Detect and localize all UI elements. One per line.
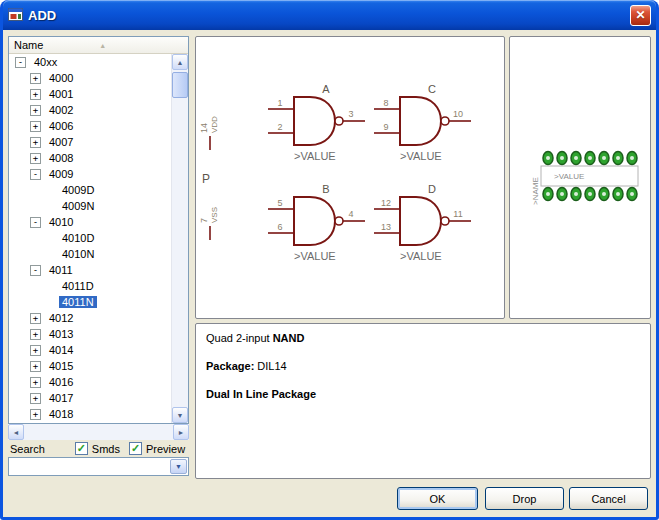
tree-item-4001[interactable]: +4001 — [9, 86, 171, 102]
collapse-icon[interactable]: - — [30, 265, 41, 276]
dropdown-icon[interactable]: ▼ — [170, 459, 187, 474]
tree-item-4002[interactable]: +4002 — [9, 102, 171, 118]
pad-hole — [616, 192, 620, 196]
tree-column-header[interactable]: Name ▲ — [9, 37, 188, 54]
tree-item-label: 4010D — [59, 232, 97, 244]
tree-item-4008[interactable]: +4008 — [9, 150, 171, 166]
pin-number: 12 — [381, 198, 391, 208]
pin-number: 4 — [348, 209, 353, 219]
scroll-left-icon[interactable]: ◄ — [8, 424, 24, 440]
tree-item-4012[interactable]: +4012 — [9, 310, 171, 326]
tree-item-label: 4000 — [46, 72, 76, 84]
tree-item-40xx[interactable]: -40xx — [9, 54, 171, 70]
collapse-icon[interactable]: - — [30, 169, 41, 180]
pad-hole — [630, 192, 634, 196]
description-line-2: Package: DIL14 — [206, 360, 640, 372]
search-combobox[interactable]: ▼ — [8, 457, 189, 476]
tree-item-4011d[interactable]: 4011D — [9, 278, 171, 294]
tree-horizontal-scrollbar[interactable]: ◄ ► — [8, 424, 189, 440]
tree-item-4013[interactable]: +4013 — [9, 326, 171, 342]
schematic-preview-panel: 14 VDD P 7 VSS 1 2 3 — [195, 36, 505, 319]
tree-item-label: 4011N — [59, 296, 97, 308]
pin-number: 11 — [453, 209, 462, 219]
tree-item-4010d[interactable]: 4010D — [9, 230, 171, 246]
smds-checkbox[interactable]: ✓ Smds — [75, 442, 120, 455]
value-placeholder: >VALUE — [400, 250, 442, 262]
expand-icon[interactable]: + — [30, 377, 41, 388]
description-line-3: Dual In Line Package — [206, 388, 640, 400]
tree-item-4007[interactable]: +4007 — [9, 134, 171, 150]
tree-item-4006[interactable]: +4006 — [9, 118, 171, 134]
pin-number: 6 — [277, 222, 282, 232]
scroll-right-icon[interactable]: ► — [173, 424, 189, 440]
tree-item-label: 4013 — [46, 328, 76, 340]
tree-vertical-scrollbar[interactable]: ▲ ▼ — [171, 54, 188, 423]
tree-item-label: 4001 — [46, 88, 76, 100]
expand-icon[interactable]: + — [30, 121, 41, 132]
ok-button[interactable]: OK — [397, 487, 478, 510]
tree-item-4000[interactable]: +4000 — [9, 70, 171, 86]
search-combobox-value[interactable] — [9, 458, 169, 475]
titlebar[interactable]: ADD ✕ — [3, 0, 656, 30]
tree-item-4009d[interactable]: 4009D — [9, 182, 171, 198]
expand-icon[interactable]: + — [30, 137, 41, 148]
drop-button[interactable]: Drop — [485, 487, 564, 510]
expand-icon[interactable]: + — [30, 409, 41, 420]
collapse-icon[interactable]: - — [15, 57, 26, 68]
scroll-down-icon[interactable]: ▼ — [172, 407, 188, 423]
pin-number: 2 — [277, 122, 282, 132]
gate-letter: B — [322, 183, 329, 195]
tree-item-4010n[interactable]: 4010N — [9, 246, 171, 262]
schematic-preview: 14 VDD P 7 VSS 1 2 3 — [196, 37, 504, 318]
close-icon[interactable]: ✕ — [630, 5, 651, 26]
pad-hole — [574, 192, 578, 196]
tree-item-4017[interactable]: +4017 — [9, 390, 171, 406]
gate-letter: C — [428, 83, 436, 95]
expand-icon[interactable]: + — [30, 153, 41, 164]
tree-items: -40xx+4000+4001+4002+4006+4007+4008-4009… — [9, 54, 171, 423]
preview-checkbox[interactable]: ✓ Preview — [129, 442, 185, 455]
pad-hole — [560, 192, 564, 196]
nand-gate-a: 1 2 3 A >VALUE — [268, 83, 365, 162]
expand-icon[interactable]: + — [30, 345, 41, 356]
expand-icon[interactable]: + — [30, 73, 41, 84]
expand-icon[interactable]: + — [30, 105, 41, 116]
tree-header-label: Name — [14, 39, 43, 51]
tree-item-4009[interactable]: -4009 — [9, 166, 171, 182]
package-name-placeholder: >NAME — [531, 177, 540, 205]
window-title: ADD — [28, 8, 630, 23]
pin-number: 8 — [383, 98, 388, 108]
tree-item-label: 4002 — [46, 104, 76, 116]
collapse-icon[interactable]: - — [30, 217, 41, 228]
pad-hole — [560, 156, 564, 160]
tree-item-4018[interactable]: +4018 — [9, 406, 171, 422]
tree-item-4009n[interactable]: 4009N — [9, 198, 171, 214]
pad-hole — [616, 156, 620, 160]
tree-item-label: 4009N — [59, 200, 97, 212]
power-pin-number: 14 — [199, 123, 209, 133]
expand-icon[interactable]: + — [30, 313, 41, 324]
tree-item-4015[interactable]: +4015 — [9, 358, 171, 374]
scroll-up-icon[interactable]: ▲ — [172, 54, 188, 70]
search-label: Search — [10, 443, 45, 455]
expand-icon[interactable]: + — [30, 89, 41, 100]
power-device-letter: P — [202, 172, 210, 186]
power-net-name: VSS — [210, 207, 219, 223]
smds-check-icon[interactable]: ✓ — [75, 442, 88, 455]
expand-icon[interactable]: + — [30, 361, 41, 372]
pin-number: 10 — [453, 109, 463, 119]
package-preview: >NAME >VALUE — [510, 37, 650, 318]
tree-item-4011n[interactable]: 4011N — [9, 294, 171, 310]
expand-icon[interactable]: + — [30, 393, 41, 404]
expand-icon[interactable]: + — [30, 329, 41, 340]
tree-item-label: 4009D — [59, 184, 97, 196]
tree-item-4011[interactable]: -4011 — [9, 262, 171, 278]
scrollbar-thumb[interactable] — [172, 72, 188, 98]
tree-item-4014[interactable]: +4014 — [9, 342, 171, 358]
pad-hole — [546, 192, 550, 196]
tree-item-4016[interactable]: +4016 — [9, 374, 171, 390]
tree-item-4010[interactable]: -4010 — [9, 214, 171, 230]
tree-item-label: 4010N — [59, 248, 97, 260]
cancel-button[interactable]: Cancel — [569, 487, 648, 510]
preview-check-icon[interactable]: ✓ — [129, 442, 142, 455]
